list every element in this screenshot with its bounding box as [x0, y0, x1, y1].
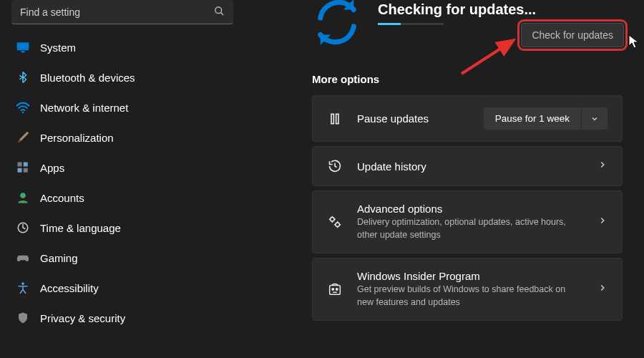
sidebar-item-apps[interactable]: Apps — [7, 153, 238, 182]
svg-rect-8 — [24, 168, 28, 173]
card-title: Update history — [357, 160, 583, 173]
sidebar-item-label: Personalization — [40, 132, 114, 144]
svg-point-14 — [331, 218, 335, 222]
card-title: Pause updates — [357, 112, 469, 125]
sidebar-item-personalization[interactable]: Personalization — [7, 123, 238, 152]
monitor-icon — [16, 40, 30, 54]
gamepad-icon — [16, 251, 30, 265]
main-content: Checking for updates... Check for update… — [240, 0, 644, 358]
svg-point-9 — [20, 193, 26, 198]
advanced-options-card[interactable]: Advanced options Delivery optimization, … — [312, 190, 623, 253]
chevron-right-icon — [597, 216, 608, 228]
sidebar-item-gaming[interactable]: Gaming — [7, 243, 238, 272]
svg-rect-12 — [331, 114, 333, 123]
card-title: Windows Insider Program — [357, 270, 583, 282]
update-status-row: Checking for updates... Check for update… — [312, 0, 623, 47]
svg-point-15 — [336, 223, 340, 227]
svg-point-17 — [332, 289, 333, 290]
sidebar-item-network[interactable]: Network & internet — [7, 93, 238, 122]
apps-icon — [16, 160, 30, 175]
sidebar-item-accessibility[interactable]: Accessibility — [7, 274, 238, 302]
history-icon — [327, 158, 343, 174]
search-placeholder: Find a setting — [20, 6, 214, 18]
sidebar-item-privacy[interactable]: Privacy & security — [7, 304, 238, 332]
accessibility-icon — [16, 281, 30, 295]
sidebar-item-time-language[interactable]: Time & language — [7, 213, 238, 242]
insider-icon — [327, 281, 343, 297]
card-desc: Delivery optimization, optional updates,… — [357, 216, 583, 241]
svg-line-1 — [221, 12, 223, 14]
pause-duration-select[interactable]: Pause for 1 week — [484, 107, 608, 130]
svg-rect-16 — [330, 286, 341, 295]
svg-rect-13 — [336, 114, 338, 123]
paintbrush-icon — [16, 130, 30, 145]
card-desc: Get preview builds of Windows to share f… — [357, 284, 583, 309]
bluetooth-icon — [16, 70, 30, 84]
sidebar-item-bluetooth[interactable]: Bluetooth & devices — [7, 63, 238, 92]
chevron-down-icon — [582, 107, 608, 130]
chevron-right-icon — [597, 283, 608, 296]
svg-point-0 — [215, 6, 222, 13]
svg-rect-6 — [24, 163, 28, 167]
shield-icon — [16, 311, 30, 325]
insider-program-card[interactable]: Windows Insider Program Get preview buil… — [312, 258, 623, 321]
sidebar-item-label: Accessibility — [40, 282, 99, 294]
sidebar-item-label: System — [40, 42, 76, 54]
sidebar-item-system[interactable]: System — [7, 33, 238, 62]
svg-rect-2 — [17, 42, 29, 50]
svg-rect-5 — [18, 163, 22, 167]
svg-point-18 — [336, 289, 338, 290]
sync-icon — [312, 0, 362, 47]
clock-globe-icon — [16, 221, 30, 235]
card-title: Advanced options — [357, 203, 583, 215]
svg-point-11 — [21, 282, 24, 285]
search-input[interactable]: Find a setting — [11, 0, 233, 24]
update-history-card[interactable]: Update history — [312, 146, 623, 186]
more-options-heading: More options — [312, 73, 623, 85]
sidebar-item-label: Privacy & security — [40, 312, 125, 324]
sidebar-item-label: Time & language — [40, 222, 121, 234]
check-for-updates-button[interactable]: Check for updates — [521, 23, 624, 47]
sidebar-item-label: Network & internet — [40, 102, 128, 114]
sidebar-item-label: Gaming — [40, 252, 78, 264]
wifi-icon — [16, 100, 30, 115]
sidebar: Find a setting System Bluetooth & device… — [0, 0, 240, 358]
sidebar-item-label: Apps — [40, 162, 64, 174]
pause-icon — [327, 111, 343, 127]
pause-updates-card[interactable]: Pause updates Pause for 1 week — [312, 95, 623, 142]
svg-rect-7 — [18, 168, 22, 173]
sidebar-item-label: Accounts — [40, 192, 84, 204]
sidebar-item-accounts[interactable]: Accounts — [7, 183, 238, 212]
sidebar-item-label: Bluetooth & devices — [40, 72, 135, 84]
status-title: Checking for updates... — [378, 0, 623, 19]
chevron-right-icon — [597, 160, 608, 173]
gears-icon — [327, 214, 343, 230]
svg-point-4 — [22, 111, 24, 113]
svg-rect-3 — [21, 51, 25, 53]
search-icon — [214, 6, 225, 19]
person-icon — [16, 190, 30, 205]
pause-select-label: Pause for 1 week — [484, 107, 582, 130]
progress-bar — [378, 23, 444, 25]
